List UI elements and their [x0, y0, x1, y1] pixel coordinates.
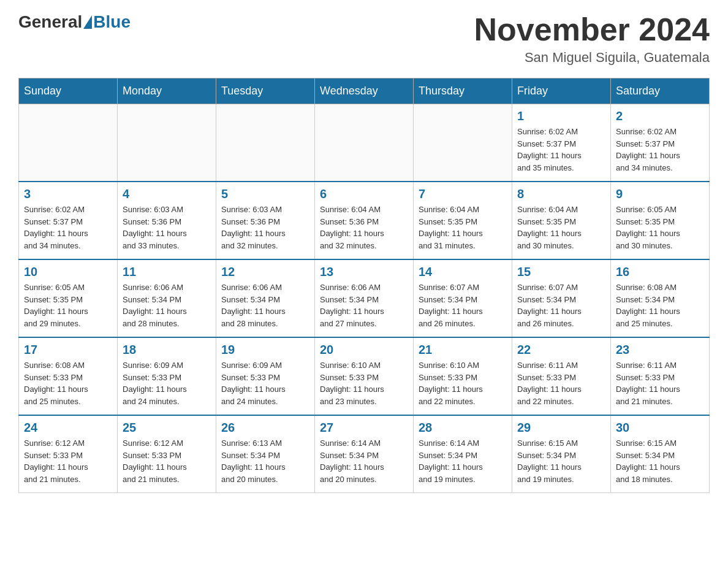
table-row: 20Sunrise: 6:10 AMSunset: 5:33 PMDayligh… [315, 337, 414, 415]
week-row-4: 17Sunrise: 6:08 AMSunset: 5:33 PMDayligh… [19, 337, 710, 415]
day-info: Sunrise: 6:14 AMSunset: 5:34 PMDaylight:… [320, 437, 408, 485]
table-row: 29Sunrise: 6:15 AMSunset: 5:34 PMDayligh… [512, 415, 611, 493]
col-sunday: Sunday [19, 79, 118, 104]
day-info: Sunrise: 6:02 AMSunset: 5:37 PMDaylight:… [517, 126, 605, 174]
day-number: 14 [419, 265, 507, 279]
table-row: 17Sunrise: 6:08 AMSunset: 5:33 PMDayligh… [19, 337, 118, 415]
day-info: Sunrise: 6:05 AMSunset: 5:35 PMDaylight:… [24, 282, 112, 329]
table-row: 9Sunrise: 6:05 AMSunset: 5:35 PMDaylight… [611, 182, 710, 259]
day-info: Sunrise: 6:02 AMSunset: 5:37 PMDaylight:… [616, 126, 704, 174]
table-row: 28Sunrise: 6:14 AMSunset: 5:34 PMDayligh… [414, 415, 512, 493]
table-row: 12Sunrise: 6:06 AMSunset: 5:34 PMDayligh… [216, 259, 315, 337]
day-info: Sunrise: 6:05 AMSunset: 5:35 PMDaylight:… [616, 204, 704, 251]
header: General Blue November 2024 San Miguel Si… [18, 12, 710, 66]
table-row: 8Sunrise: 6:04 AMSunset: 5:35 PMDaylight… [512, 182, 611, 259]
day-number: 13 [320, 265, 408, 279]
day-info: Sunrise: 6:10 AMSunset: 5:33 PMDaylight:… [419, 359, 507, 407]
day-number: 4 [123, 187, 211, 201]
logo-triangle-icon [83, 15, 92, 29]
table-row: 5Sunrise: 6:03 AMSunset: 5:36 PMDaylight… [216, 182, 315, 259]
day-number: 9 [616, 187, 704, 201]
day-info: Sunrise: 6:11 AMSunset: 5:33 PMDaylight:… [517, 359, 605, 407]
table-row: 14Sunrise: 6:07 AMSunset: 5:34 PMDayligh… [414, 259, 512, 337]
day-number: 11 [123, 265, 211, 279]
day-info: Sunrise: 6:04 AMSunset: 5:35 PMDaylight:… [419, 204, 507, 251]
day-info: Sunrise: 6:11 AMSunset: 5:33 PMDaylight:… [616, 359, 704, 407]
day-number: 21 [419, 343, 507, 357]
logo: General Blue [18, 12, 131, 32]
day-number: 3 [24, 187, 112, 201]
day-info: Sunrise: 6:06 AMSunset: 5:34 PMDaylight:… [123, 282, 211, 329]
week-row-3: 10Sunrise: 6:05 AMSunset: 5:35 PMDayligh… [19, 259, 710, 337]
day-info: Sunrise: 6:14 AMSunset: 5:34 PMDaylight:… [419, 437, 507, 485]
logo-area: General Blue [18, 12, 131, 32]
col-friday: Friday [512, 79, 611, 104]
day-info: Sunrise: 6:09 AMSunset: 5:33 PMDaylight:… [123, 359, 211, 407]
day-number: 17 [24, 343, 112, 357]
day-number: 20 [320, 343, 408, 357]
col-monday: Monday [118, 79, 216, 104]
calendar-table: Sunday Monday Tuesday Wednesday Thursday… [18, 78, 710, 493]
day-number: 28 [419, 421, 507, 435]
day-info: Sunrise: 6:09 AMSunset: 5:33 PMDaylight:… [221, 359, 309, 407]
table-row: 16Sunrise: 6:08 AMSunset: 5:34 PMDayligh… [611, 259, 710, 337]
table-row [216, 104, 315, 182]
table-row: 2Sunrise: 6:02 AMSunset: 5:37 PMDaylight… [611, 104, 710, 182]
table-row: 13Sunrise: 6:06 AMSunset: 5:34 PMDayligh… [315, 259, 414, 337]
logo-blue-text: Blue [93, 12, 131, 32]
table-row: 24Sunrise: 6:12 AMSunset: 5:33 PMDayligh… [19, 415, 118, 493]
table-row: 11Sunrise: 6:06 AMSunset: 5:34 PMDayligh… [118, 259, 216, 337]
table-row: 22Sunrise: 6:11 AMSunset: 5:33 PMDayligh… [512, 337, 611, 415]
day-info: Sunrise: 6:03 AMSunset: 5:36 PMDaylight:… [123, 204, 211, 251]
day-number: 24 [24, 421, 112, 435]
table-row: 25Sunrise: 6:12 AMSunset: 5:33 PMDayligh… [118, 415, 216, 493]
day-info: Sunrise: 6:12 AMSunset: 5:33 PMDaylight:… [24, 437, 112, 485]
week-row-1: 1Sunrise: 6:02 AMSunset: 5:37 PMDaylight… [19, 104, 710, 182]
day-info: Sunrise: 6:04 AMSunset: 5:35 PMDaylight:… [517, 204, 605, 251]
day-number: 25 [123, 421, 211, 435]
day-number: 8 [517, 187, 605, 201]
day-info: Sunrise: 6:15 AMSunset: 5:34 PMDaylight:… [616, 437, 704, 485]
title-area: November 2024 San Miguel Siguila, Guatem… [474, 12, 710, 66]
table-row: 23Sunrise: 6:11 AMSunset: 5:33 PMDayligh… [611, 337, 710, 415]
day-number: 23 [616, 343, 704, 357]
day-number: 7 [419, 187, 507, 201]
day-number: 15 [517, 265, 605, 279]
table-row: 26Sunrise: 6:13 AMSunset: 5:34 PMDayligh… [216, 415, 315, 493]
header-row: Sunday Monday Tuesday Wednesday Thursday… [19, 79, 710, 104]
table-row: 6Sunrise: 6:04 AMSunset: 5:36 PMDaylight… [315, 182, 414, 259]
day-info: Sunrise: 6:04 AMSunset: 5:36 PMDaylight:… [320, 204, 408, 251]
day-info: Sunrise: 6:13 AMSunset: 5:34 PMDaylight:… [221, 437, 309, 485]
table-row [19, 104, 118, 182]
day-info: Sunrise: 6:15 AMSunset: 5:34 PMDaylight:… [517, 437, 605, 485]
day-info: Sunrise: 6:07 AMSunset: 5:34 PMDaylight:… [517, 282, 605, 329]
day-number: 26 [221, 421, 309, 435]
table-row: 3Sunrise: 6:02 AMSunset: 5:37 PMDaylight… [19, 182, 118, 259]
day-number: 30 [616, 421, 704, 435]
table-row: 30Sunrise: 6:15 AMSunset: 5:34 PMDayligh… [611, 415, 710, 493]
col-tuesday: Tuesday [216, 79, 315, 104]
day-number: 19 [221, 343, 309, 357]
day-info: Sunrise: 6:06 AMSunset: 5:34 PMDaylight:… [221, 282, 309, 329]
day-info: Sunrise: 6:08 AMSunset: 5:33 PMDaylight:… [24, 359, 112, 407]
day-number: 1 [517, 109, 605, 123]
table-row [118, 104, 216, 182]
day-number: 27 [320, 421, 408, 435]
day-number: 12 [221, 265, 309, 279]
table-row: 7Sunrise: 6:04 AMSunset: 5:35 PMDaylight… [414, 182, 512, 259]
table-row: 10Sunrise: 6:05 AMSunset: 5:35 PMDayligh… [19, 259, 118, 337]
logo-general-text: General [18, 12, 82, 32]
table-row [315, 104, 414, 182]
day-number: 2 [616, 109, 704, 123]
col-wednesday: Wednesday [315, 79, 414, 104]
table-row: 21Sunrise: 6:10 AMSunset: 5:33 PMDayligh… [414, 337, 512, 415]
table-row: 19Sunrise: 6:09 AMSunset: 5:33 PMDayligh… [216, 337, 315, 415]
table-row: 15Sunrise: 6:07 AMSunset: 5:34 PMDayligh… [512, 259, 611, 337]
day-number: 6 [320, 187, 408, 201]
day-info: Sunrise: 6:10 AMSunset: 5:33 PMDaylight:… [320, 359, 408, 407]
table-row: 1Sunrise: 6:02 AMSunset: 5:37 PMDaylight… [512, 104, 611, 182]
day-number: 18 [123, 343, 211, 357]
day-number: 5 [221, 187, 309, 201]
col-saturday: Saturday [611, 79, 710, 104]
day-number: 22 [517, 343, 605, 357]
